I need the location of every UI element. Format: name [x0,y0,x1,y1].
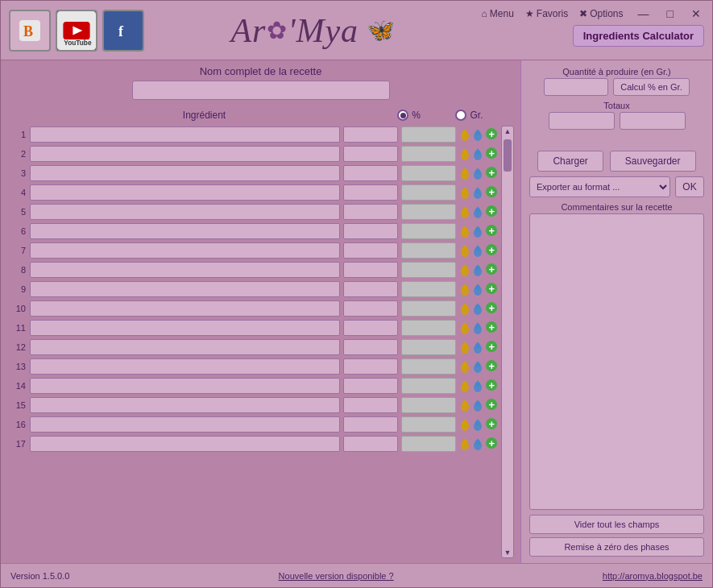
qty-input[interactable] [544,78,608,96]
drop-yellow-icon-5[interactable] [459,205,470,219]
drop-blue-icon-3[interactable] [472,166,483,180]
drop-blue-icon-4[interactable] [472,185,483,200]
plus-icon-13[interactable]: + [485,359,498,372]
drop-blue-icon-7[interactable] [472,243,483,258]
ing-pct-input-13[interactable] [343,358,398,375]
ing-name-input-15[interactable] [30,397,340,413]
menu-item-options[interactable]: ✖ Options [579,8,623,19]
vider-button[interactable]: Vider tout les champs [529,515,704,534]
ing-name-input-7[interactable] [30,242,340,259]
scroll-up-arrow[interactable]: ▲ [504,126,512,136]
remise-button[interactable]: Remise à zéro des phases [529,537,704,557]
drop-yellow-icon-11[interactable] [459,321,470,335]
close-button[interactable]: ✕ [688,6,704,22]
ing-name-input-11[interactable] [30,320,340,336]
ing-name-input-10[interactable] [30,300,340,317]
drop-blue-icon-5[interactable] [472,205,483,219]
drop-yellow-icon-15[interactable] [459,398,470,412]
plus-icon-14[interactable]: + [485,379,498,391]
drop-blue-icon-8[interactable] [472,263,483,277]
drop-yellow-icon-16[interactable] [459,417,470,432]
maximize-button[interactable]: □ [664,6,677,22]
drop-blue-icon-14[interactable] [472,379,483,393]
drop-blue-icon-10[interactable] [472,301,483,316]
drop-yellow-icon-3[interactable] [459,166,470,180]
drop-yellow-icon-7[interactable] [459,243,470,258]
plus-icon-10[interactable]: + [485,301,498,314]
ing-name-input-8[interactable] [30,262,340,278]
plus-icon-9[interactable]: + [485,282,498,295]
drop-blue-icon-9[interactable] [472,282,483,296]
plus-icon-5[interactable]: + [485,205,498,217]
plus-icon-17[interactable]: + [485,437,498,449]
plus-icon-8[interactable]: + [485,263,498,275]
drop-blue-icon-6[interactable] [472,224,483,238]
ing-name-input-13[interactable] [30,358,340,375]
ing-pct-input-10[interactable] [343,300,398,317]
website-link[interactable]: http://aromya.blogspot.be [603,571,703,581]
drop-yellow-icon-4[interactable] [459,185,470,200]
drop-yellow-icon-6[interactable] [459,224,470,238]
ing-pct-input-7[interactable] [343,242,398,259]
drop-yellow-icon-9[interactable] [459,282,470,296]
ing-pct-input-1[interactable] [343,126,398,143]
export-select[interactable]: Exporter au format ... CSV PDF HTML [529,176,670,197]
menu-item-favoris[interactable]: ★ Favoris [525,8,568,19]
drop-blue-icon-15[interactable] [472,398,483,412]
menu-item-menu[interactable]: ⌂ Menu [482,8,514,19]
plus-icon-1[interactable]: + [485,127,498,140]
drop-yellow-icon-2[interactable] [459,147,470,161]
ing-name-input-12[interactable] [30,339,340,355]
drop-yellow-icon-10[interactable] [459,301,470,316]
plus-icon-11[interactable]: + [485,321,498,333]
drop-yellow-icon-14[interactable] [459,379,470,393]
plus-icon-3[interactable]: + [485,166,498,179]
drop-yellow-icon-17[interactable] [459,437,470,451]
ing-name-input-3[interactable] [30,165,340,181]
ok-button[interactable]: OK [675,176,704,197]
plus-icon-6[interactable]: + [485,224,498,237]
drop-yellow-icon-13[interactable] [459,359,470,374]
plus-icon-2[interactable]: + [485,147,498,159]
ing-name-input-6[interactable] [30,223,340,239]
drop-blue-icon-11[interactable] [472,321,483,335]
blogger-button[interactable]: B [9,10,51,52]
totaux-input-2[interactable] [620,112,686,130]
ing-pct-input-8[interactable] [343,262,398,278]
ing-pct-input-16[interactable] [343,416,398,433]
ing-pct-input-15[interactable] [343,397,398,413]
drop-blue-icon-16[interactable] [472,417,483,432]
radio-gr[interactable] [455,110,466,121]
drop-blue-icon-12[interactable] [472,340,483,354]
new-version-link[interactable]: Nouvelle version disponible ? [279,571,394,581]
ing-name-input-17[interactable] [30,436,340,452]
plus-icon-7[interactable]: + [485,243,498,256]
drop-yellow-icon-12[interactable] [459,340,470,354]
drop-yellow-icon-1[interactable] [459,127,470,142]
ing-name-input-9[interactable] [30,281,340,297]
ing-name-input-1[interactable] [30,126,340,143]
youtube-button[interactable]: YouTube [56,10,97,52]
plus-icon-12[interactable]: + [485,340,498,353]
minimize-button[interactable]: — [635,6,653,22]
drop-blue-icon-17[interactable] [472,437,483,451]
plus-icon-16[interactable]: + [485,417,498,430]
radio-pct[interactable] [397,110,408,121]
drop-yellow-icon-8[interactable] [459,263,470,277]
drop-blue-icon-2[interactable] [472,147,483,161]
scroll-down-arrow[interactable]: ▼ [504,548,512,557]
recipe-name-input[interactable] [132,81,390,100]
facebook-button[interactable]: f [102,10,144,52]
plus-icon-4[interactable]: + [485,185,498,198]
drop-blue-icon-1[interactable] [472,127,483,142]
scrollbar[interactable]: ▲ ▼ [501,126,514,558]
comments-textarea[interactable] [529,213,704,510]
ing-pct-input-11[interactable] [343,320,398,336]
ing-pct-input-3[interactable] [343,165,398,181]
drop-blue-icon-13[interactable] [472,359,483,374]
ing-pct-input-6[interactable] [343,223,398,239]
ing-pct-input-4[interactable] [343,184,398,201]
ing-name-input-5[interactable] [30,204,340,220]
totaux-input-1[interactable] [549,112,615,130]
ing-name-input-2[interactable] [30,146,340,162]
